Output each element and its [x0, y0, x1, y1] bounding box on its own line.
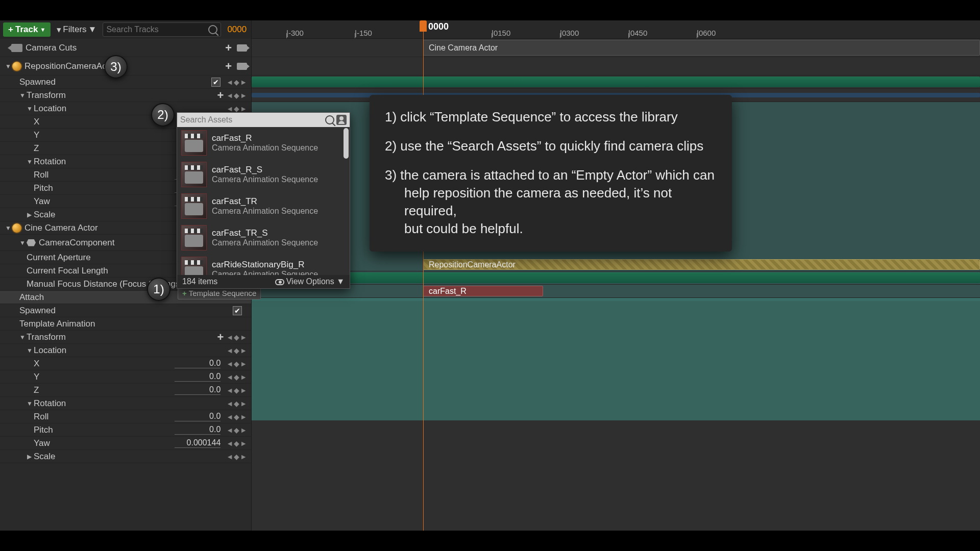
key-nav[interactable]: ◄◆► [226, 386, 247, 394]
add-section-button[interactable]: + [223, 60, 234, 73]
track-label: Pitch [34, 183, 175, 193]
value[interactable]: 0.0 [175, 372, 220, 382]
key-nav[interactable]: ◄◆► [226, 399, 247, 408]
asset-item[interactable]: carFast_TRCamera Animation Sequence [177, 190, 350, 222]
camera-cut-bar[interactable]: Cine Camera Actor [423, 40, 980, 56]
instructions-overlay: 1) click “Template Sequence” to access t… [370, 95, 732, 252]
key-nav[interactable]: ◄◆► [226, 413, 247, 421]
track-label: Pitch [34, 425, 175, 435]
tl-row-reposition[interactable] [252, 57, 980, 76]
view-options-button[interactable]: View Options ▼ [275, 277, 345, 286]
track-z-2[interactable]: Z0.0◄◆► [0, 384, 251, 397]
tl-row-spawned[interactable] [252, 76, 980, 89]
track-location-2[interactable]: Location◄◆► [0, 344, 251, 357]
asset-item[interactable]: carFast_R_SCamera Animation Sequence [177, 159, 350, 190]
callout-badge-2: 2) [151, 103, 175, 127]
value[interactable]: 0.0 [175, 425, 220, 435]
search-tracks-field[interactable] [103, 22, 221, 37]
add-track-button[interactable]: + Track ▼ [3, 22, 51, 37]
add-section-button[interactable]: + [223, 41, 234, 55]
add-track-label: Track [15, 24, 38, 35]
add-key-button[interactable]: + [215, 331, 226, 344]
key-nav[interactable]: ◄◆► [226, 373, 247, 381]
expand-toggle[interactable] [27, 453, 32, 460]
asset-item[interactable]: carFast_TR_SCamera Animation Sequence [177, 222, 350, 254]
filter-icon: ▾ [57, 24, 61, 35]
expand-toggle[interactable] [27, 347, 32, 354]
asset-search-input[interactable] [180, 115, 325, 124]
key-nav[interactable]: ◄◆► [226, 91, 247, 99]
key-nav[interactable]: ◄◆► [226, 333, 247, 341]
timecode-display[interactable]: 0000 [224, 24, 250, 35]
asset-item[interactable]: carRideStationaryBig_RCamera Animation S… [177, 254, 350, 275]
track-scale-2[interactable]: Scale◄◆► [0, 450, 251, 463]
search-tracks-input[interactable] [106, 25, 208, 34]
key-nav[interactable]: ◄◆► [226, 78, 247, 86]
ruler-tick: | 0300 [560, 20, 579, 38]
asset-item[interactable]: carFast_RCamera Animation Sequence [177, 127, 350, 159]
ruler-tick: | -300 [286, 20, 304, 38]
track-spawned-2[interactable]: Spawned [0, 304, 251, 317]
track-label: Z [34, 143, 196, 154]
value[interactable]: 0.0 [175, 412, 220, 421]
tl-row-spawned-2[interactable] [252, 271, 980, 285]
attach-bar[interactable]: RepositionCameraActor [423, 259, 980, 270]
camera-icon [11, 44, 22, 52]
expand-toggle[interactable] [27, 105, 32, 112]
expand-toggle[interactable] [19, 334, 24, 341]
track-template-animation[interactable]: Template Animation [0, 317, 251, 331]
tl-row-camera-cuts[interactable]: Cine Camera Actor [252, 39, 980, 57]
key-nav[interactable]: ◄◆► [226, 439, 247, 447]
track-x-2[interactable]: X0.0◄◆► [0, 357, 251, 370]
spawned-bar[interactable] [252, 77, 980, 87]
expand-toggle[interactable] [5, 224, 10, 232]
spawned-checkbox[interactable] [233, 306, 242, 315]
expand-toggle[interactable] [27, 211, 32, 218]
track-yaw-2[interactable]: Yaw0.000144◄◆► [0, 437, 251, 450]
search-icon [325, 115, 334, 124]
scrollbar[interactable] [344, 128, 349, 159]
key-nav[interactable]: ◄◆► [226, 346, 247, 355]
asset-list[interactable]: carFast_RCamera Animation Sequence carFa… [177, 127, 350, 275]
spawned-checkbox[interactable] [211, 78, 220, 87]
filters-button[interactable]: ▾ Filters ▼ [54, 22, 100, 37]
expand-toggle[interactable] [19, 92, 24, 99]
track-transform-2[interactable]: Transform+◄◆► [0, 331, 251, 344]
asset-thumb [181, 257, 207, 275]
user-filter-icon[interactable] [336, 115, 347, 125]
track-label: Spawned [19, 306, 233, 316]
track-y-2[interactable]: Y0.0◄◆► [0, 370, 251, 384]
track-camera-cuts[interactable]: Camera Cuts + [0, 39, 251, 57]
track-label: Transform [27, 332, 215, 342]
value[interactable]: 0.000144 [175, 438, 220, 448]
spawned-bar[interactable] [252, 272, 980, 283]
track-transform[interactable]: Transform + ◄◆► [0, 89, 251, 102]
expand-toggle[interactable] [27, 400, 32, 407]
track-spawned[interactable]: Spawned ◄◆► [0, 76, 251, 89]
filters-label: Filters [63, 24, 86, 35]
expand-toggle[interactable] [27, 158, 32, 165]
track-roll-2[interactable]: Roll0.0◄◆► [0, 410, 251, 423]
clip-bar[interactable]: carFast_R [423, 286, 543, 296]
asset-name: carFast_R [212, 133, 318, 143]
track-rotation-2[interactable]: Rotation◄◆► [0, 397, 251, 410]
value[interactable]: 0.0 [175, 359, 220, 368]
key-nav[interactable]: ◄◆► [226, 453, 247, 461]
track-label: Y [34, 372, 175, 382]
search-icon [208, 25, 217, 34]
track-pitch-2[interactable]: Pitch0.0◄◆► [0, 423, 251, 437]
lock-camera-icon[interactable] [237, 63, 247, 70]
tl-row-attach[interactable]: RepositionCameraActor [252, 258, 980, 271]
tl-row-template-anim[interactable]: carFast_R [252, 285, 980, 298]
value[interactable]: 0.0 [175, 385, 220, 395]
key-nav[interactable]: ◄◆► [226, 105, 247, 113]
add-key-button[interactable]: + [215, 89, 226, 102]
time-ruler[interactable]: 0000 | -300 | -150 | 0150 | 0300 | 0450 … [252, 20, 980, 39]
expand-toggle[interactable] [5, 63, 10, 70]
key-nav[interactable]: ◄◆► [226, 360, 247, 368]
key-nav[interactable]: ◄◆► [226, 426, 247, 434]
instruction-line-1: 1) click “Template Sequence” to access t… [385, 108, 717, 126]
playhead-label: 0000 [428, 21, 449, 32]
lock-camera-icon[interactable] [237, 44, 247, 52]
expand-toggle[interactable] [19, 239, 24, 246]
